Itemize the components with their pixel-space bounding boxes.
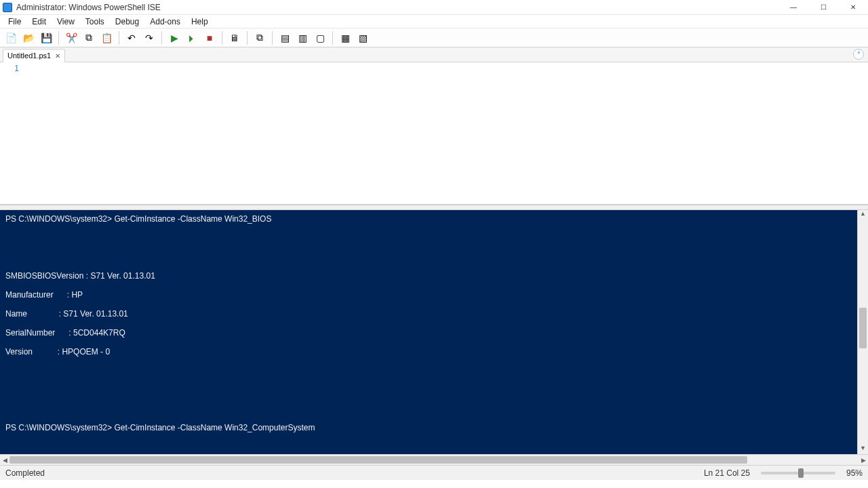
scroll-down-arrow-icon[interactable]: ▼ bbox=[858, 445, 868, 454]
tab-close-icon[interactable]: ✕ bbox=[55, 52, 60, 60]
bios-key-name: Name bbox=[5, 309, 27, 319]
toolbar-separator bbox=[58, 31, 59, 45]
cut-button[interactable]: ✂️ bbox=[63, 30, 79, 46]
bios-val-serial: 5CD044K7RQ bbox=[73, 328, 125, 338]
bios-val-ver: HPQOEM - 0 bbox=[62, 347, 110, 357]
toolbar-separator bbox=[332, 31, 333, 45]
run-script-button[interactable]: ▶ bbox=[166, 30, 182, 46]
minimize-button[interactable]: — bbox=[778, 0, 808, 15]
bios-val-smbios: S71 Ver. 01.13.01 bbox=[90, 271, 155, 281]
console-pane-wrap: PS C:\WINDOWS\system32> Get-CimInstance … bbox=[0, 210, 868, 454]
toolbar-separator bbox=[272, 31, 273, 45]
script-tab[interactable]: Untitled1.ps1 ✕ bbox=[3, 49, 65, 62]
maximize-button[interactable]: ☐ bbox=[808, 0, 838, 15]
bios-key-smbios: SMBIOSBIOSVersion bbox=[5, 271, 83, 281]
prompt: PS C:\WINDOWS\system32> bbox=[5, 214, 112, 224]
app-icon bbox=[3, 3, 12, 12]
cursor-position: Ln 21 Col 25 bbox=[704, 468, 750, 478]
start-powershell-button[interactable]: ⧉ bbox=[252, 30, 268, 46]
stop-button[interactable]: ■ bbox=[201, 30, 218, 46]
show-script-pane-top-button[interactable]: ▤ bbox=[277, 30, 293, 46]
console-command-2: Get-CimInstance -ClassName Win32_Compute… bbox=[114, 423, 315, 432]
scroll-left-arrow-icon[interactable]: ◀ bbox=[0, 455, 9, 465]
menu-file[interactable]: File bbox=[3, 16, 26, 28]
editor-body[interactable] bbox=[24, 62, 868, 204]
bios-key-ver: Version bbox=[5, 347, 33, 357]
menu-bar: File Edit View Tools Debug Add-ons Help bbox=[0, 15, 868, 28]
new-button[interactable]: 📄 bbox=[3, 30, 19, 46]
title-bar: Administrator: Windows PowerShell ISE — … bbox=[0, 0, 868, 15]
menu-view[interactable]: View bbox=[52, 16, 80, 28]
bios-key-serial: SerialNumber bbox=[5, 328, 55, 338]
line-gutter: 1 bbox=[0, 62, 24, 204]
open-button[interactable]: 📂 bbox=[20, 30, 37, 46]
tab-strip: Untitled1.ps1 ✕ ˄ bbox=[0, 47, 868, 62]
run-selection-button[interactable]: ⏵ bbox=[184, 30, 200, 46]
horizontal-splitter[interactable] bbox=[0, 205, 868, 210]
console-vertical-scrollbar[interactable]: ▲ ▼ bbox=[857, 210, 868, 454]
new-remote-tab-button[interactable]: 🖥 bbox=[226, 30, 243, 46]
bios-key-mfg: Manufacturer bbox=[5, 290, 54, 300]
menu-help[interactable]: Help bbox=[186, 16, 214, 28]
menu-debug[interactable]: Debug bbox=[110, 16, 144, 28]
tab-label: Untitled1.ps1 bbox=[7, 52, 51, 60]
console-command-1: Get-CimInstance -ClassName Win32_BIOS bbox=[114, 214, 271, 224]
scroll-right-arrow-icon[interactable]: ▶ bbox=[859, 455, 868, 465]
menu-tools[interactable]: Tools bbox=[80, 16, 110, 28]
bios-val-name: S71 Ver. 01.13.01 bbox=[63, 309, 127, 319]
toolbar-separator bbox=[247, 31, 248, 45]
window-title: Administrator: Windows PowerShell ISE bbox=[16, 3, 778, 12]
zoom-slider-knob[interactable] bbox=[798, 468, 804, 478]
zoom-level: 95% bbox=[846, 468, 863, 478]
script-editor[interactable]: 1 bbox=[0, 62, 868, 205]
show-script-pane-right-button[interactable]: ▥ bbox=[294, 30, 311, 46]
show-script-pane-max-button[interactable]: ▢ bbox=[312, 30, 328, 46]
scroll-thumb[interactable] bbox=[9, 456, 747, 464]
bios-val-mfg: HP bbox=[71, 290, 83, 300]
toolbar: 📄 📂 💾 ✂️ ⧉ 📋 ↶ ↷ ▶ ⏵ ■ 🖥 ⧉ ▤ ▥ ▢ ▦ ▧ bbox=[0, 28, 868, 47]
paste-button[interactable]: 📋 bbox=[98, 30, 115, 46]
scroll-up-arrow-icon[interactable]: ▲ bbox=[858, 210, 868, 220]
toolbar-separator bbox=[161, 31, 162, 45]
menu-edit[interactable]: Edit bbox=[26, 16, 52, 28]
copy-button[interactable]: ⧉ bbox=[81, 30, 97, 46]
console-pane[interactable]: PS C:\WINDOWS\system32> Get-CimInstance … bbox=[0, 210, 857, 454]
menu-addons[interactable]: Add-ons bbox=[144, 16, 186, 28]
line-number: 1 bbox=[0, 64, 19, 73]
save-button[interactable]: 💾 bbox=[38, 30, 54, 46]
toolbar-separator bbox=[222, 31, 222, 45]
zoom-slider[interactable] bbox=[761, 472, 835, 474]
show-command-addon-button[interactable]: ▦ bbox=[337, 30, 353, 46]
show-command-window-button[interactable]: ▧ bbox=[355, 30, 371, 46]
console-horizontal-scrollbar[interactable]: ◀ ▶ bbox=[0, 454, 868, 465]
close-button[interactable]: ✕ bbox=[838, 0, 868, 15]
undo-button[interactable]: ↶ bbox=[123, 30, 140, 46]
status-bar: Completed Ln 21 Col 25 95% bbox=[0, 465, 868, 480]
scroll-thumb[interactable] bbox=[859, 308, 867, 348]
redo-button[interactable]: ↷ bbox=[141, 30, 157, 46]
window-controls: — ☐ ✕ bbox=[778, 0, 868, 15]
status-text: Completed bbox=[5, 468, 45, 478]
prompt: PS C:\WINDOWS\system32> bbox=[5, 423, 112, 432]
collapse-script-pane-button[interactable]: ˄ bbox=[853, 49, 864, 60]
toolbar-separator bbox=[119, 31, 119, 45]
